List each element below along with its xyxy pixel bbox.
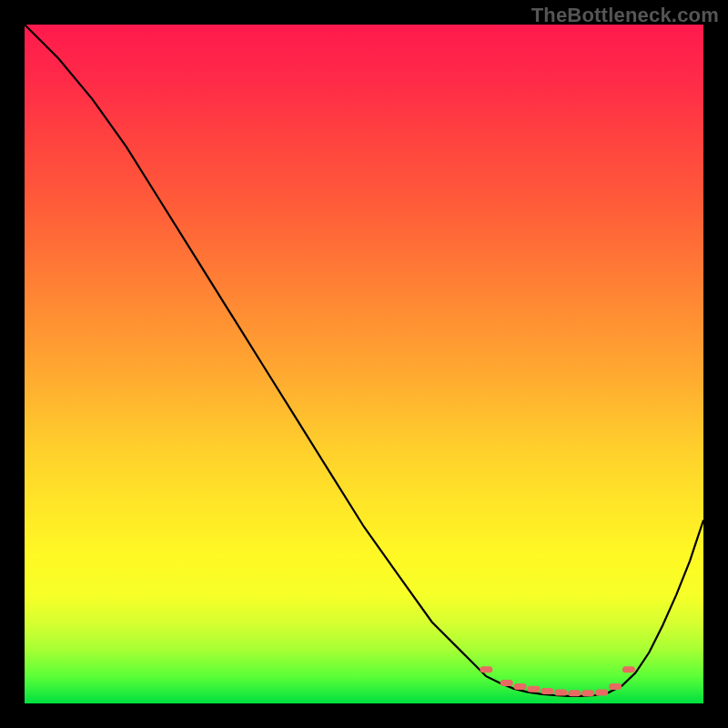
curve-marker (528, 686, 541, 693)
curve-marker (568, 690, 581, 696)
bottleneck-curve (25, 25, 703, 696)
curve-marker (541, 688, 553, 694)
curve-marker (609, 683, 622, 690)
chart-svg (25, 25, 703, 703)
watermark-label: TheBottleneck.com (531, 4, 719, 27)
curve-marker (581, 690, 594, 696)
curve-marker (500, 680, 513, 686)
curve-marker (554, 690, 567, 696)
curve-marker (595, 690, 608, 696)
chart-frame: TheBottleneck.com (0, 0, 728, 728)
curve-marker (514, 683, 527, 690)
curve-marker (622, 666, 635, 672)
plot-area (25, 25, 703, 703)
curve-marker (480, 666, 492, 672)
